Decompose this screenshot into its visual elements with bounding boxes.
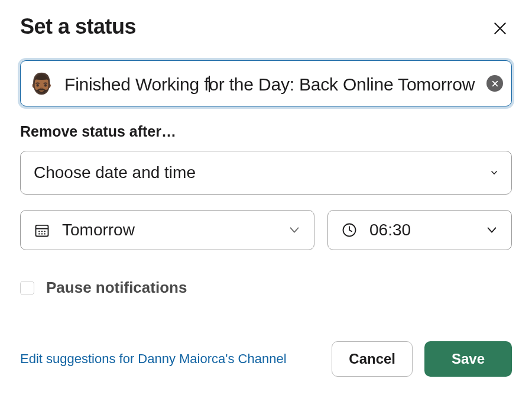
chevron-down-icon (288, 224, 301, 237)
svg-point-4 (44, 231, 46, 232)
date-value: Tomorrow (62, 221, 288, 240)
text-caret (209, 76, 210, 92)
close-icon (492, 21, 508, 36)
status-emoji-picker[interactable]: 🧔🏾‍♂️ (29, 73, 54, 93)
svg-point-2 (38, 231, 40, 232)
time-select[interactable]: 06:30 (327, 210, 512, 250)
clear-status-button[interactable] (486, 75, 503, 92)
footer-buttons: Cancel Save (332, 341, 512, 377)
svg-point-3 (41, 231, 43, 232)
remove-after-label: Remove status after… (20, 123, 512, 140)
close-button[interactable] (488, 17, 512, 40)
status-input[interactable]: 🧔🏾‍♂️ Finished Working for the Day: Back… (20, 60, 512, 106)
time-value: 06:30 (369, 221, 485, 240)
clock-icon (341, 222, 358, 238)
svg-point-6 (41, 233, 43, 234)
edit-suggestions-link[interactable]: Edit suggestions for Danny Maiorca's Cha… (20, 351, 287, 367)
pause-notifications-checkbox[interactable] (20, 281, 34, 295)
remove-after-select[interactable]: Choose date and time (20, 151, 512, 195)
set-status-dialog: Set a status 🧔🏾‍♂️ Finished Working for … (0, 0, 532, 398)
remove-after-value: Choose date and time (34, 163, 490, 182)
calendar-icon (34, 222, 50, 238)
dialog-header: Set a status (20, 13, 512, 40)
cancel-button[interactable]: Cancel (332, 341, 413, 377)
x-icon (491, 80, 499, 88)
svg-point-7 (44, 233, 46, 234)
dialog-title: Set a status (20, 14, 136, 39)
date-select[interactable]: Tomorrow (20, 210, 314, 250)
save-button[interactable]: Save (424, 341, 512, 377)
pause-notifications-row: Pause notifications (20, 279, 512, 297)
svg-point-5 (38, 233, 40, 234)
pause-notifications-label: Pause notifications (46, 279, 187, 297)
date-time-row: Tomorrow 06:30 (20, 210, 512, 250)
chevron-down-icon (490, 169, 498, 177)
chevron-down-icon (485, 224, 498, 237)
status-text-value: Finished Working for the Day: Back Onlin… (64, 75, 481, 94)
status-text-field[interactable]: Finished Working for the Day: Back Onlin… (64, 72, 481, 95)
dialog-footer: Edit suggestions for Danny Maiorca's Cha… (20, 341, 512, 377)
